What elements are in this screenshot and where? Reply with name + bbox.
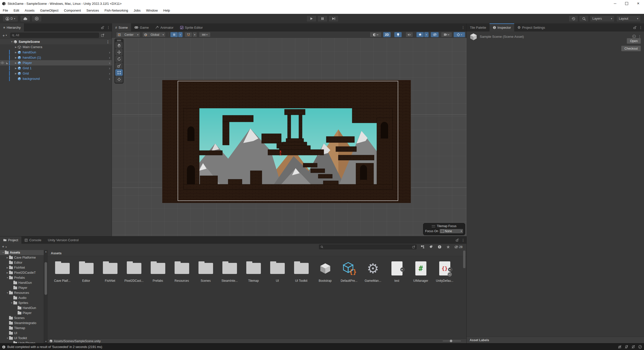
layers-dropdown[interactable]: Layers▾ (590, 15, 615, 22)
tree-item-unitytheme[interactable]: UnityTheme (0, 341, 44, 343)
scene-menu-icon[interactable]: ⋮ (461, 26, 465, 29)
help-icon[interactable]: ? (632, 34, 636, 38)
hierarchy-scene-root[interactable]: ▼ SampleScene ⋮ (0, 39, 112, 44)
scene-menu-icon[interactable]: ⋮ (106, 40, 110, 44)
gizmos-dropdown[interactable]: ▾ (454, 32, 465, 37)
hierarchy-menu-icon[interactable]: ⋮ (107, 26, 110, 29)
tab-animator[interactable]: Animator (152, 23, 177, 31)
project-search-input[interactable] (319, 244, 417, 249)
tab-game[interactable]: Game (131, 23, 152, 31)
open-button[interactable]: Open (627, 38, 641, 44)
favorites-star-icon[interactable] (446, 245, 450, 249)
snap-dropdown[interactable]: ▾ (192, 32, 197, 37)
camera-settings-dropdown[interactable]: ▾ (441, 32, 452, 37)
transform-tool-button[interactable] (115, 76, 123, 83)
tab-tile-palette[interactable]: Tile Palette (467, 23, 490, 31)
pickability-icon[interactable] (5, 61, 8, 64)
maximize-button[interactable] (621, 0, 632, 7)
prefab-open-chevron[interactable]: › (109, 77, 110, 81)
expand-icon[interactable]: ▼ (2, 251, 5, 254)
asset-folder-cave-platf[interactable]: Cave Platf... (50, 259, 74, 283)
tree-item-fishnet[interactable]: ▶ FishNet (0, 265, 44, 270)
prefab-open-chevron[interactable]: › (109, 72, 110, 76)
lighting-toggle[interactable] (394, 32, 402, 37)
collab-disabled-icon[interactable] (625, 345, 628, 349)
audio-toggle[interactable] (406, 32, 413, 37)
lock-icon[interactable] (456, 238, 459, 242)
hidden-objects-toggle[interactable] (431, 32, 439, 37)
expand-icon[interactable]: ▼ (6, 292, 9, 294)
hierarchy-item-grid[interactable]: ▶Grid› (0, 71, 112, 76)
menu-file[interactable]: File (0, 7, 11, 14)
version-control-button[interactable] (32, 15, 42, 22)
pick-window-icon[interactable] (101, 33, 104, 37)
lock-icon[interactable] (633, 26, 636, 29)
hierarchy-item-player[interactable]: ▶Player› (0, 60, 112, 65)
step-button[interactable] (329, 15, 339, 22)
project-create-dropdown-icon[interactable]: ▾ (6, 246, 7, 248)
ok-check-icon[interactable] (638, 345, 642, 349)
pause-button[interactable] (317, 15, 328, 22)
prefab-open-chevron[interactable]: › (109, 50, 110, 54)
tab-unity-version-control[interactable]: Unity Version Control (45, 236, 82, 244)
expand-icon[interactable]: ▼ (10, 302, 13, 304)
status-message[interactable]: Build completed with a result of 'Succee… (7, 345, 102, 349)
expand-icon[interactable]: ▶ (14, 67, 18, 69)
asset-file-test[interactable]: ▶ test (385, 259, 409, 283)
filter-type-icon[interactable] (421, 245, 424, 249)
lock-icon[interactable] (101, 26, 104, 29)
asset-file-unitydefau[interactable]: {} ▶ −UnityDefau... (433, 259, 457, 283)
expand-icon[interactable]: ▼ (6, 337, 9, 339)
tree-item-handgun[interactable]: HandGun (0, 280, 44, 285)
tree-item-handgun[interactable]: HandGun (0, 305, 44, 310)
asset-folder-resources[interactable]: Resources (170, 259, 194, 283)
expand-icon[interactable]: ▶ (6, 271, 9, 274)
tab-sprite-editor[interactable]: Sprite Editor (177, 23, 206, 31)
tree-item-cave-platforme[interactable]: ▶ Cave Platforme (0, 255, 44, 260)
tab-console[interactable]: Console (21, 236, 45, 244)
tree-item-scenes[interactable]: Scenes (0, 316, 44, 321)
create-button[interactable]: + (3, 33, 5, 38)
tree-item-steamintegratio[interactable]: SteamIntegratio (0, 321, 44, 326)
hierarchy-item-main-camera[interactable]: ▶Main Camera (0, 44, 112, 50)
filter-label-icon[interactable] (429, 245, 433, 249)
prefab-open-chevron[interactable]: › (109, 66, 110, 70)
expand-icon[interactable]: ▶ (14, 51, 18, 54)
overlay-drag-handle[interactable] (432, 225, 435, 227)
asset-folder-scenes[interactable]: Scenes (194, 259, 218, 283)
menu-assets[interactable]: Assets (22, 7, 37, 14)
breadcrumb-path[interactable]: Assets/Scenes/SampleScene.unity (54, 339, 101, 343)
debugger-disabled-icon[interactable] (618, 345, 622, 349)
expand-badge-icon[interactable]: ▶ (448, 267, 452, 272)
move-tool-button[interactable] (115, 49, 123, 55)
expand-icon[interactable]: ▶ (14, 72, 18, 75)
focus-on-dropdown[interactable]: None ▾ (439, 229, 463, 233)
asset-file-uimanager[interactable]: # UIManager (409, 259, 433, 283)
tab-scene[interactable]: #Scene (112, 23, 131, 31)
tree-item-assets[interactable]: ▼ Assets (0, 250, 44, 255)
prefab-open-chevron[interactable]: › (109, 61, 110, 65)
open-search-window-icon[interactable] (412, 246, 415, 249)
asset-folder-tilemap[interactable]: Tilemap (242, 259, 265, 283)
tree-item-editor[interactable]: Editor (0, 260, 44, 265)
expand-icon[interactable]: ▼ (10, 41, 14, 43)
menu-services[interactable]: Services (84, 7, 102, 14)
expand-icon[interactable]: ▶ (14, 62, 18, 64)
close-button[interactable]: × (632, 0, 644, 7)
tree-item-prefabs[interactable]: ▼ Prefabs (0, 275, 44, 280)
asset-file-bootstrap[interactable]: Bootstrap (313, 259, 337, 283)
cloud-button[interactable] (20, 15, 30, 22)
hierarchy-item-handgun-1[interactable]: ▶handGun (1)› (0, 55, 112, 60)
2d-mode-toggle[interactable]: 2D (383, 32, 391, 37)
hierarchy-item-grid-1[interactable]: ▶Grid 1› (0, 65, 112, 71)
asset-labels-section[interactable]: Asset Labels (467, 337, 644, 343)
menu-fish-networking[interactable]: Fish-Networking (102, 7, 131, 14)
scroll-down-icon[interactable]: ▼ (44, 340, 48, 343)
menu-component[interactable]: Component (61, 7, 84, 14)
tree-item-resources[interactable]: ▼ Resources (0, 290, 44, 295)
expand-badge-icon[interactable]: ▶ (400, 267, 405, 272)
asset-grid-scrollbar[interactable] (463, 251, 466, 301)
expand-icon[interactable]: ▶ (14, 56, 18, 59)
expand-icon[interactable]: ▼ (6, 276, 9, 279)
effects-dropdown[interactable]: ▾ (424, 32, 429, 37)
